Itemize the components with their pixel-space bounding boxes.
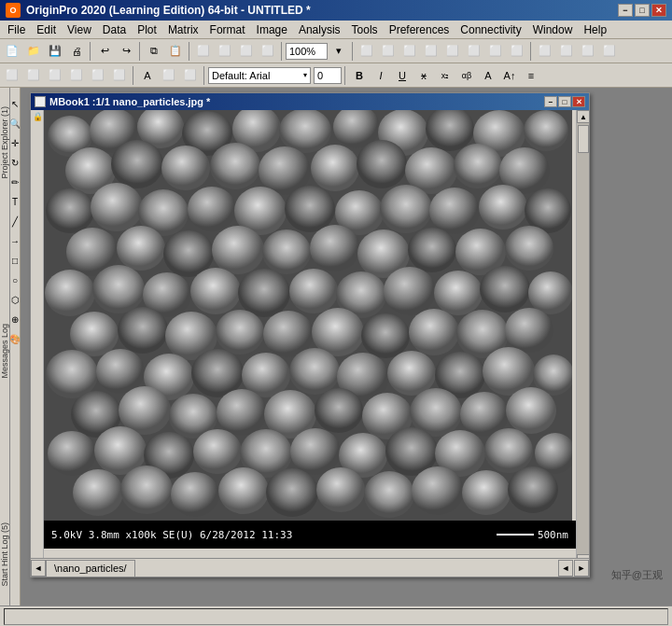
toolbar-row-1: 📄 📁 💾 🖨 ↩ ↪ ⧉ 📋 ⬜ ⬜ ⬜ ⬜ ▾ ⬜ ⬜ ⬜ ⬜ ⬜ ⬜ ⬜ … [0, 39, 672, 63]
save-btn[interactable]: 💾 [45, 41, 65, 62]
menu-data[interactable]: Data [97, 21, 132, 38]
menu-file[interactable]: File [2, 21, 31, 38]
svg-point-14 [161, 146, 210, 190]
menu-matrix[interactable]: Matrix [162, 21, 204, 38]
svg-point-31 [479, 185, 527, 230]
mdi-title-bar: MBook1 :1/1 nano_particles.jpg * − □ ✕ [31, 93, 589, 110]
sep4 [281, 42, 283, 61]
toolbar-btn-i[interactable]: ⬜ [442, 41, 463, 62]
sep6 [530, 42, 532, 61]
copy-btn[interactable]: ⧉ [144, 41, 164, 62]
scroll-up-arrow[interactable]: ▲ [577, 110, 590, 123]
sem-caption-left: 5.0kV 3.8mm x100k SE(U) 6/28/2012 11:33 [51, 529, 292, 541]
scroll-right-btn[interactable]: ► [574, 560, 589, 577]
svg-point-96 [73, 469, 123, 516]
font-size-input[interactable] [314, 67, 342, 84]
toolbar-btn-c[interactable]: ⬜ [236, 41, 257, 62]
toolbar-btn-l[interactable]: ⬜ [507, 41, 527, 62]
toolbar2-btn-j[interactable]: A [478, 65, 498, 86]
nav-right-controls: ◄ ► [558, 560, 589, 577]
subscript-btn[interactable]: x₂ [435, 65, 455, 86]
italic-btn[interactable]: I [371, 65, 391, 86]
zoom-dropdown-btn[interactable]: ▾ [329, 41, 349, 62]
menu-format[interactable]: Format [204, 21, 251, 38]
svg-point-78 [217, 389, 267, 436]
menu-plot[interactable]: Plot [132, 21, 162, 38]
scroll-left-btn[interactable]: ◄ [558, 560, 573, 577]
toolbar2-btn-a[interactable]: ⬜ [2, 65, 22, 86]
menu-help[interactable]: Help [578, 21, 612, 38]
close-button[interactable]: ✕ [651, 4, 666, 17]
toolbar2-btn-f[interactable]: ⬜ [109, 65, 130, 86]
scroll-track [577, 123, 589, 554]
mdi-close-btn[interactable]: ✕ [572, 96, 585, 107]
vertical-scrollbar[interactable]: ▲ ▼ [576, 110, 589, 567]
nav-tab[interactable]: \nano_particles/ [46, 560, 135, 577]
svg-point-105 [508, 466, 558, 513]
toolbar-btn-m[interactable]: ⬜ [535, 41, 555, 62]
scroll-thumb[interactable] [578, 125, 589, 153]
toolbar2-btn-k[interactable]: A↑ [499, 65, 520, 86]
toolbar-btn-e[interactable]: ⬜ [357, 41, 377, 62]
toolbar-btn-g[interactable]: ⬜ [399, 41, 420, 62]
svg-point-15 [210, 143, 260, 189]
svg-point-103 [412, 466, 464, 515]
sep5 [352, 42, 354, 61]
toolbar2-btn-e[interactable]: ⬜ [88, 65, 108, 86]
toolbar2-btn-d[interactable]: ⬜ [66, 65, 87, 86]
toolbar-btn-p[interactable]: ⬜ [599, 41, 620, 62]
start-hint-log-label: Start Hint Log (5) [0, 522, 9, 587]
zoom-input[interactable] [286, 43, 328, 60]
toolbar-btn-f[interactable]: ⬜ [378, 41, 399, 62]
maximize-button[interactable]: □ [635, 4, 650, 17]
svg-point-90 [290, 428, 341, 475]
toolbar-btn-b[interactable]: ⬜ [215, 41, 235, 62]
menu-bar: File Edit View Data Plot Matrix Format I… [0, 21, 672, 39]
menu-analysis[interactable]: Analysis [293, 21, 346, 38]
lock-icon[interactable]: 🔒 [31, 110, 44, 123]
minimize-button[interactable]: − [618, 4, 633, 17]
open-btn[interactable]: 📁 [23, 41, 44, 62]
strikethrough-btn[interactable]: x [413, 65, 434, 86]
menu-image[interactable]: Image [251, 21, 293, 38]
mdi-minimize-btn[interactable]: − [544, 96, 557, 107]
toolbar-btn-a[interactable]: ⬜ [193, 41, 214, 62]
menu-edit[interactable]: Edit [31, 21, 62, 38]
svg-point-20 [454, 144, 502, 188]
toolbar-btn-h[interactable]: ⬜ [421, 41, 441, 62]
paste-btn[interactable]: 📋 [165, 41, 186, 62]
toolbar-btn-o[interactable]: ⬜ [578, 41, 598, 62]
menu-window[interactable]: Window [527, 21, 579, 38]
mdi-maximize-btn[interactable]: □ [558, 96, 571, 107]
toolbar-btn-j[interactable]: ⬜ [464, 41, 484, 62]
toolbar-btn-d[interactable]: ⬜ [258, 41, 278, 62]
underline-btn[interactable]: U [392, 65, 413, 86]
toolbar2-btn-b[interactable]: ⬜ [23, 65, 44, 86]
toolbar2-btn-l[interactable]: ≡ [521, 65, 541, 86]
superscript-btn[interactable]: αβ [456, 65, 477, 86]
menu-view[interactable]: View [62, 21, 97, 38]
toolbar2-btn-c[interactable]: ⬜ [45, 65, 65, 86]
menu-tools[interactable]: Tools [346, 21, 384, 38]
font-family-dropdown[interactable]: Default: Arial ▾ [208, 67, 311, 84]
menu-connectivity[interactable]: Connectivity [455, 21, 526, 38]
toolbar2-btn-h[interactable]: ⬜ [159, 65, 179, 86]
svg-point-50 [384, 267, 436, 315]
toolbar2-btn-g[interactable]: A [137, 65, 158, 86]
bold-btn[interactable]: B [349, 65, 370, 86]
toolbar-btn-k[interactable]: ⬜ [485, 41, 506, 62]
status-text [4, 608, 668, 625]
menu-preferences[interactable]: Preferences [384, 21, 455, 38]
svg-point-38 [310, 225, 360, 271]
svg-point-22 [46, 188, 94, 233]
toolbar2-btn-i[interactable]: ⬜ [180, 65, 201, 86]
svg-point-57 [216, 310, 264, 355]
undo-btn[interactable]: ↩ [94, 41, 115, 62]
nav-prev-btn[interactable]: ◄ [31, 560, 46, 577]
redo-btn[interactable]: ↪ [116, 41, 136, 62]
print-btn[interactable]: 🖨 [66, 41, 87, 62]
toolbar-btn-n[interactable]: ⬜ [556, 41, 577, 62]
project-explorer-label: Project Explorer (1) [0, 106, 9, 179]
new-file-btn[interactable]: 📄 [2, 41, 22, 62]
left-sidebar: Project Explorer (1) Messages Log Start … [0, 88, 21, 605]
